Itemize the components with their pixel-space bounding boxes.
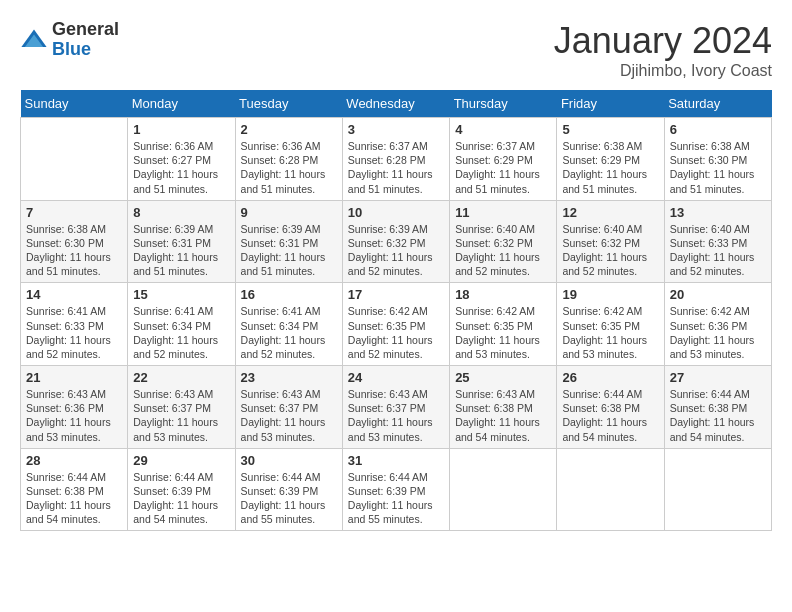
week-row-5: 28Sunrise: 6:44 AM Sunset: 6:38 PM Dayli… [21, 448, 772, 531]
calendar-cell: 20Sunrise: 6:42 AM Sunset: 6:36 PM Dayli… [664, 283, 771, 366]
calendar-cell [664, 448, 771, 531]
day-number: 13 [670, 205, 766, 220]
calendar-cell: 29Sunrise: 6:44 AM Sunset: 6:39 PM Dayli… [128, 448, 235, 531]
logo-general: General [52, 20, 119, 40]
cell-info: Sunrise: 6:41 AM Sunset: 6:34 PM Dayligh… [133, 305, 218, 360]
week-row-4: 21Sunrise: 6:43 AM Sunset: 6:36 PM Dayli… [21, 366, 772, 449]
day-number: 28 [26, 453, 122, 468]
cell-info: Sunrise: 6:40 AM Sunset: 6:33 PM Dayligh… [670, 223, 755, 278]
cell-info: Sunrise: 6:42 AM Sunset: 6:35 PM Dayligh… [455, 305, 540, 360]
day-number: 14 [26, 287, 122, 302]
cell-info: Sunrise: 6:39 AM Sunset: 6:31 PM Dayligh… [133, 223, 218, 278]
calendar-cell: 10Sunrise: 6:39 AM Sunset: 6:32 PM Dayli… [342, 200, 449, 283]
calendar-cell: 9Sunrise: 6:39 AM Sunset: 6:31 PM Daylig… [235, 200, 342, 283]
header-monday: Monday [128, 90, 235, 118]
header-thursday: Thursday [450, 90, 557, 118]
calendar-cell: 11Sunrise: 6:40 AM Sunset: 6:32 PM Dayli… [450, 200, 557, 283]
calendar-cell: 8Sunrise: 6:39 AM Sunset: 6:31 PM Daylig… [128, 200, 235, 283]
week-row-3: 14Sunrise: 6:41 AM Sunset: 6:33 PM Dayli… [21, 283, 772, 366]
calendar-cell: 23Sunrise: 6:43 AM Sunset: 6:37 PM Dayli… [235, 366, 342, 449]
day-number: 29 [133, 453, 229, 468]
calendar-cell [557, 448, 664, 531]
calendar-cell: 24Sunrise: 6:43 AM Sunset: 6:37 PM Dayli… [342, 366, 449, 449]
calendar-cell: 3Sunrise: 6:37 AM Sunset: 6:28 PM Daylig… [342, 118, 449, 201]
day-number: 6 [670, 122, 766, 137]
cell-info: Sunrise: 6:38 AM Sunset: 6:30 PM Dayligh… [26, 223, 111, 278]
cell-info: Sunrise: 6:37 AM Sunset: 6:28 PM Dayligh… [348, 140, 433, 195]
calendar-table: SundayMondayTuesdayWednesdayThursdayFrid… [20, 90, 772, 531]
calendar-cell: 17Sunrise: 6:42 AM Sunset: 6:35 PM Dayli… [342, 283, 449, 366]
calendar-cell: 26Sunrise: 6:44 AM Sunset: 6:38 PM Dayli… [557, 366, 664, 449]
day-number: 23 [241, 370, 337, 385]
month-title: January 2024 [554, 20, 772, 62]
day-number: 3 [348, 122, 444, 137]
cell-info: Sunrise: 6:39 AM Sunset: 6:32 PM Dayligh… [348, 223, 433, 278]
day-number: 30 [241, 453, 337, 468]
header-sunday: Sunday [21, 90, 128, 118]
day-number: 10 [348, 205, 444, 220]
calendar-cell: 30Sunrise: 6:44 AM Sunset: 6:39 PM Dayli… [235, 448, 342, 531]
cell-info: Sunrise: 6:43 AM Sunset: 6:37 PM Dayligh… [241, 388, 326, 443]
calendar-cell: 6Sunrise: 6:38 AM Sunset: 6:30 PM Daylig… [664, 118, 771, 201]
calendar-cell: 5Sunrise: 6:38 AM Sunset: 6:29 PM Daylig… [557, 118, 664, 201]
calendar-cell: 27Sunrise: 6:44 AM Sunset: 6:38 PM Dayli… [664, 366, 771, 449]
calendar-cell [450, 448, 557, 531]
cell-info: Sunrise: 6:44 AM Sunset: 6:38 PM Dayligh… [562, 388, 647, 443]
week-row-2: 7Sunrise: 6:38 AM Sunset: 6:30 PM Daylig… [21, 200, 772, 283]
cell-info: Sunrise: 6:40 AM Sunset: 6:32 PM Dayligh… [562, 223, 647, 278]
cell-info: Sunrise: 6:40 AM Sunset: 6:32 PM Dayligh… [455, 223, 540, 278]
cell-info: Sunrise: 6:42 AM Sunset: 6:35 PM Dayligh… [562, 305, 647, 360]
calendar-cell: 18Sunrise: 6:42 AM Sunset: 6:35 PM Dayli… [450, 283, 557, 366]
cell-info: Sunrise: 6:42 AM Sunset: 6:36 PM Dayligh… [670, 305, 755, 360]
cell-info: Sunrise: 6:43 AM Sunset: 6:37 PM Dayligh… [348, 388, 433, 443]
header-saturday: Saturday [664, 90, 771, 118]
calendar-cell: 4Sunrise: 6:37 AM Sunset: 6:29 PM Daylig… [450, 118, 557, 201]
calendar-cell: 22Sunrise: 6:43 AM Sunset: 6:37 PM Dayli… [128, 366, 235, 449]
day-number: 27 [670, 370, 766, 385]
day-number: 11 [455, 205, 551, 220]
cell-info: Sunrise: 6:44 AM Sunset: 6:38 PM Dayligh… [670, 388, 755, 443]
calendar-cell: 25Sunrise: 6:43 AM Sunset: 6:38 PM Dayli… [450, 366, 557, 449]
logo-blue: Blue [52, 40, 119, 60]
cell-info: Sunrise: 6:38 AM Sunset: 6:30 PM Dayligh… [670, 140, 755, 195]
calendar-cell: 1Sunrise: 6:36 AM Sunset: 6:27 PM Daylig… [128, 118, 235, 201]
day-number: 15 [133, 287, 229, 302]
calendar-cell: 7Sunrise: 6:38 AM Sunset: 6:30 PM Daylig… [21, 200, 128, 283]
cell-info: Sunrise: 6:43 AM Sunset: 6:38 PM Dayligh… [455, 388, 540, 443]
cell-info: Sunrise: 6:39 AM Sunset: 6:31 PM Dayligh… [241, 223, 326, 278]
calendar-cell: 28Sunrise: 6:44 AM Sunset: 6:38 PM Dayli… [21, 448, 128, 531]
day-number: 25 [455, 370, 551, 385]
day-number: 1 [133, 122, 229, 137]
day-number: 24 [348, 370, 444, 385]
calendar-cell: 13Sunrise: 6:40 AM Sunset: 6:33 PM Dayli… [664, 200, 771, 283]
cell-info: Sunrise: 6:44 AM Sunset: 6:39 PM Dayligh… [133, 471, 218, 526]
logo-icon [20, 26, 48, 54]
calendar-cell: 2Sunrise: 6:36 AM Sunset: 6:28 PM Daylig… [235, 118, 342, 201]
cell-info: Sunrise: 6:41 AM Sunset: 6:33 PM Dayligh… [26, 305, 111, 360]
calendar-cell [21, 118, 128, 201]
cell-info: Sunrise: 6:36 AM Sunset: 6:27 PM Dayligh… [133, 140, 218, 195]
cell-info: Sunrise: 6:38 AM Sunset: 6:29 PM Dayligh… [562, 140, 647, 195]
calendar-cell: 12Sunrise: 6:40 AM Sunset: 6:32 PM Dayli… [557, 200, 664, 283]
day-number: 8 [133, 205, 229, 220]
cell-info: Sunrise: 6:44 AM Sunset: 6:38 PM Dayligh… [26, 471, 111, 526]
day-number: 22 [133, 370, 229, 385]
week-row-1: 1Sunrise: 6:36 AM Sunset: 6:27 PM Daylig… [21, 118, 772, 201]
calendar-cell: 15Sunrise: 6:41 AM Sunset: 6:34 PM Dayli… [128, 283, 235, 366]
logo: General Blue [20, 20, 119, 60]
cell-info: Sunrise: 6:43 AM Sunset: 6:36 PM Dayligh… [26, 388, 111, 443]
cell-info: Sunrise: 6:36 AM Sunset: 6:28 PM Dayligh… [241, 140, 326, 195]
day-number: 26 [562, 370, 658, 385]
calendar-cell: 21Sunrise: 6:43 AM Sunset: 6:36 PM Dayli… [21, 366, 128, 449]
location-title: Djihimbo, Ivory Coast [554, 62, 772, 80]
day-number: 12 [562, 205, 658, 220]
header-tuesday: Tuesday [235, 90, 342, 118]
logo-text: General Blue [52, 20, 119, 60]
day-number: 31 [348, 453, 444, 468]
day-number: 19 [562, 287, 658, 302]
calendar-cell: 19Sunrise: 6:42 AM Sunset: 6:35 PM Dayli… [557, 283, 664, 366]
day-number: 2 [241, 122, 337, 137]
cell-info: Sunrise: 6:44 AM Sunset: 6:39 PM Dayligh… [348, 471, 433, 526]
day-number: 21 [26, 370, 122, 385]
cell-info: Sunrise: 6:37 AM Sunset: 6:29 PM Dayligh… [455, 140, 540, 195]
